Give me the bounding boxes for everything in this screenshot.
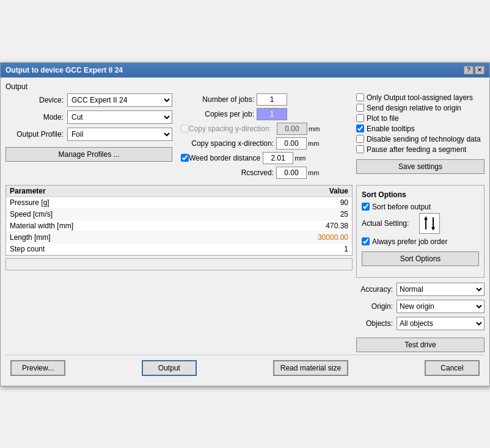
always-prefer-label: Always prefer job order — [372, 237, 447, 246]
param-cell: Length [mm] — [6, 231, 232, 243]
enable-tooltips-label: Enable tooltips — [367, 125, 415, 133]
copy-spacing-y-label: Copy spacing y-direction: — [189, 125, 274, 133]
svg-marker-1 — [424, 216, 428, 220]
save-settings-button[interactable]: Save settings — [356, 159, 485, 174]
origin-row: Origin: New origin Current origin Last o… — [356, 300, 485, 313]
origin-select[interactable]: New origin Current origin Last origin — [397, 300, 485, 313]
objects-row: Objects: All objects Selected objects — [356, 317, 485, 330]
copy-spacing-y-checkbox[interactable] — [181, 125, 189, 132]
actual-setting-row: Actual Setting: — [362, 213, 479, 234]
cancel-button[interactable]: Cancel — [425, 360, 480, 376]
number-of-jobs-label: Number of jobs: — [181, 95, 254, 104]
only-output-row: Only Output tool-assigned layers — [356, 93, 485, 102]
test-drive-button[interactable]: Test drive — [356, 338, 485, 352]
origin-label: Origin: — [356, 302, 393, 311]
plot-to-file-checkbox[interactable] — [356, 114, 364, 122]
table-row: Pressure [g]90 — [6, 197, 352, 208]
output-profile-select[interactable]: Foil — [67, 128, 172, 141]
col-parameter: Parameter — [6, 186, 232, 197]
plot-to-file-row: Plot to file — [356, 114, 485, 123]
objects-label: Objects: — [356, 319, 393, 328]
value-cell: 1 — [232, 243, 352, 255]
param-cell: Step count — [6, 243, 232, 255]
weed-border-label: Weed border distance — [189, 154, 260, 162]
number-of-jobs-input[interactable]: 1 — [257, 93, 287, 106]
value-cell: 90 — [232, 197, 352, 208]
status-bar — [5, 258, 353, 270]
param-cell: Material width [mm] — [6, 220, 232, 231]
sort-before-output-checkbox[interactable] — [362, 203, 370, 211]
pause-after-checkbox[interactable] — [356, 145, 364, 153]
accuracy-label: Accuracy: — [356, 285, 393, 294]
preview-button[interactable]: Preview... — [10, 360, 65, 376]
main-window: Output to device GCC Expert II 24 ? ✕ Ou… — [0, 62, 490, 386]
param-cell: Pressure [g] — [6, 197, 232, 208]
bottom-bar: Preview... Output Read material size Can… — [5, 355, 485, 381]
accuracy-select[interactable]: Normal High Low — [397, 283, 485, 296]
device-row: Device: GCC Expert II 24 — [5, 93, 172, 107]
copies-per-job-label: Copies per job: — [181, 110, 254, 118]
weed-border-checkbox[interactable] — [181, 154, 189, 162]
sort-options-panel: Sort Options Sort before output Actual S… — [356, 185, 485, 278]
sort-options-button[interactable]: Sort Options — [362, 251, 479, 266]
send-design-row: Send design relative to origin — [356, 104, 485, 112]
output-section-label: Output — [5, 82, 485, 91]
left-config-panel: Device: GCC Expert II 24 Mode: Cut Outpu… — [5, 93, 172, 181]
weed-border-input[interactable] — [263, 152, 293, 164]
output-profile-row: Output Profile: Foil — [5, 128, 172, 141]
window-title: Output to device GCC Expert II 24 — [5, 66, 123, 74]
objects-select[interactable]: All objects Selected objects — [397, 317, 485, 330]
main-layout: Parameter Value Pressure [g]90Speed [cm/… — [5, 181, 485, 352]
plot-to-file-label: Plot to file — [367, 114, 399, 123]
copy-spacing-x-unit: mm — [308, 140, 319, 147]
close-button[interactable]: ✕ — [475, 66, 485, 74]
sort-icon — [419, 213, 440, 234]
mode-label: Mode: — [5, 113, 64, 121]
table-row: Material width [mm]470.38 — [6, 220, 352, 231]
copy-spacing-x-input[interactable] — [276, 137, 307, 150]
value-cell: 30000.00 — [232, 231, 352, 243]
reserved-input[interactable] — [276, 167, 307, 179]
disable-sending-label: Disable sending of technology data — [367, 135, 481, 143]
copy-spacing-x-label: Copy spacing x-direction: — [181, 139, 274, 148]
copies-per-job-input[interactable]: 1 — [257, 108, 287, 120]
col-value: Value — [232, 186, 352, 197]
send-design-label: Send design relative to origin — [367, 104, 461, 112]
parameter-table-section: Parameter Value Pressure [g]90Speed [cm/… — [5, 181, 353, 352]
weed-border-unit: mm — [294, 154, 305, 162]
weed-border-row: Weed border distance mm — [181, 152, 348, 164]
mode-row: Mode: Cut — [5, 110, 172, 124]
right-checkbox-panel: Only Output tool-assigned layers Send de… — [356, 93, 485, 181]
always-prefer-checkbox[interactable] — [362, 237, 370, 245]
title-bar-buttons: ? ✕ — [464, 66, 485, 74]
table-header-row: Parameter Value — [6, 186, 352, 197]
number-of-jobs-row: Number of jobs: 1 — [181, 93, 348, 106]
device-select[interactable]: GCC Expert II 24 — [67, 93, 172, 107]
copy-spacing-y-input[interactable] — [277, 123, 307, 135]
output-button[interactable]: Output — [142, 360, 197, 376]
svg-marker-3 — [431, 227, 435, 231]
device-label: Device: — [5, 96, 64, 104]
reserved-unit: mm — [308, 169, 319, 176]
sort-arrows-svg — [421, 215, 438, 232]
help-button[interactable]: ? — [464, 66, 474, 74]
reserved-row: Rcscrved: mm — [181, 167, 348, 179]
mode-select[interactable]: Cut — [67, 110, 172, 124]
parameter-table-container: Parameter Value Pressure [g]90Speed [cm/… — [5, 185, 353, 256]
read-material-button[interactable]: Read material size — [273, 360, 348, 376]
pause-after-label: Pause after feeding a segment — [367, 145, 466, 154]
only-output-label: Only Output tool-assigned layers — [367, 93, 473, 102]
enable-tooltips-checkbox[interactable] — [356, 125, 364, 132]
output-profile-label: Output Profile: — [5, 130, 64, 139]
table-row: Speed [cm/s]25 — [6, 208, 352, 220]
only-output-checkbox[interactable] — [356, 93, 364, 101]
right-section: Sort Options Sort before output Actual S… — [356, 181, 485, 352]
middle-config-panel: Number of jobs: 1 Copies per job: 1 Copy… — [176, 93, 353, 181]
disable-sending-checkbox[interactable] — [356, 135, 364, 143]
param-cell: Speed [cm/s] — [6, 208, 232, 220]
send-design-checkbox[interactable] — [356, 104, 364, 112]
copy-spacing-x-row: Copy spacing x-direction: mm — [181, 137, 348, 150]
manage-profiles-button[interactable]: Manage Profiles ... — [5, 147, 172, 162]
sort-before-output-label: Sort before output — [372, 203, 431, 211]
sort-options-title: Sort Options — [362, 190, 479, 199]
